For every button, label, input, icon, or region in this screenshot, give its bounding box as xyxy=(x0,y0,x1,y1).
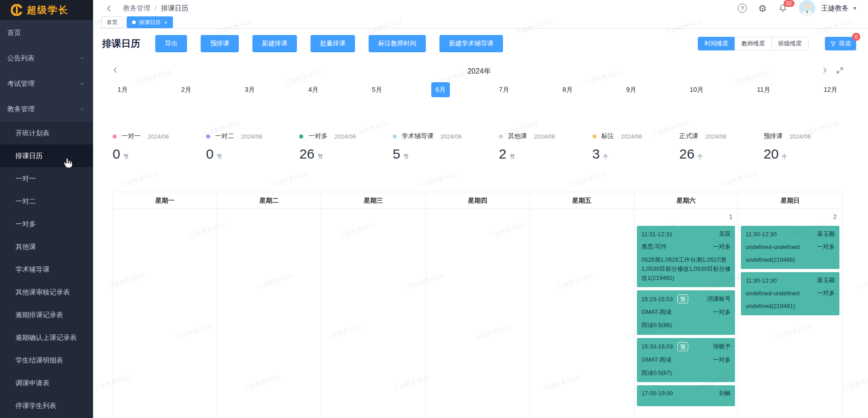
gear-icon[interactable]: ⚙ xyxy=(758,4,767,13)
action-button-0[interactable]: 导出 xyxy=(155,35,187,52)
toolbar: 排课日历 导出预排课新建排课批量排课标注教师时间新建学术辅导课 时间维度教师维度… xyxy=(102,35,856,52)
action-button-1[interactable]: 预排课 xyxy=(201,35,239,52)
view-mode-2[interactable]: 班级维度 xyxy=(771,37,809,50)
tab-close-icon[interactable]: × xyxy=(164,19,168,26)
event-course: 雅思-写作 xyxy=(641,243,667,251)
month-tab-5[interactable]: 6月 xyxy=(431,82,450,97)
funnel-icon xyxy=(830,41,836,47)
legend-count: 0 xyxy=(206,146,214,162)
sidebar-subitem-label: 其他课 xyxy=(15,243,36,251)
sidebar-subitem-13[interactable]: 逾期确认上课记录表 xyxy=(0,326,93,349)
filter-button[interactable]: 筛选 0 xyxy=(825,37,856,50)
month-tab-1[interactable]: 2月 xyxy=(177,82,196,97)
sidebar-subitem-7[interactable]: 一对二 xyxy=(0,190,93,213)
sidebar-subitem-4[interactable]: 开班计划表 xyxy=(0,122,93,144)
calendar-header-row: 星期一星期二星期三星期四星期五星期六星期日 xyxy=(113,192,842,209)
legend-item-head: 一对一2024/06 xyxy=(113,132,169,140)
legend-item-7: 预排课2024/0620个 xyxy=(764,132,811,162)
calendar-panel: 1月2月3月4月5月6月7月8月9月10月11月12月 一对一2024/060节… xyxy=(113,65,843,418)
sidebar-subitem-label: 逾期排课记录表 xyxy=(15,311,63,319)
month-tab-6[interactable]: 7月 xyxy=(495,82,513,97)
tab-0[interactable]: 首页 xyxy=(101,16,123,28)
app-root: 超级学长 首页公告列表考试管理教务管理 开班计划表排课日历一对一一对二一对多其他… xyxy=(0,0,868,418)
event-time-row: 11:30-12:30葚玉颖 xyxy=(745,230,835,238)
sidebar-subitem-12[interactable]: 逾期排课记录表 xyxy=(0,304,93,326)
legend-unit: 节 xyxy=(404,153,409,161)
legend-label: 一对二 xyxy=(215,132,234,140)
sidebar-subitem-5[interactable]: 排课日历 xyxy=(0,144,93,167)
sidebar-item-1[interactable]: 公告列表 xyxy=(0,45,93,71)
legend-item-head: 正式课2024/06 xyxy=(679,132,726,140)
sidebar-item-0[interactable]: 首页 xyxy=(0,20,93,45)
event-time: 17:00-19:00 xyxy=(641,390,673,397)
sidebar-subitem-9[interactable]: 其他课 xyxy=(0,235,93,258)
month-tab-2[interactable]: 3月 xyxy=(241,82,259,97)
month-tab-0[interactable]: 1月 xyxy=(113,82,132,97)
sidebar-item-2[interactable]: 考试管理 xyxy=(0,71,93,96)
event-course-type: 一对多 xyxy=(713,243,730,251)
legend-label: 标注 xyxy=(602,132,614,140)
event-card[interactable]: 11:30-12:30葚玉颖undefined-undefined一对多unde… xyxy=(741,272,839,315)
action-button-4[interactable]: 标注教师时间 xyxy=(369,35,426,52)
sidebar-subitem-11[interactable]: 其他课审核记录表 xyxy=(0,281,93,304)
legend-count-row: 26个 xyxy=(679,146,726,162)
sidebar-subitem-15[interactable]: 调课申请表 xyxy=(0,372,93,394)
sidebar-subitem-10[interactable]: 学术辅导课 xyxy=(0,258,93,281)
breadcrumb-separator: / xyxy=(155,5,157,12)
brand-logo[interactable]: 超级学长 xyxy=(0,0,93,20)
calendar-table: 星期一星期二星期三星期四星期五星期六星期日 111:31-12:31吴双雅思-写… xyxy=(113,192,843,418)
event-time-wrap: 15:33-16:03预 xyxy=(641,342,688,351)
month-tabs: 1月2月3月4月5月6月7月8月9月10月11月12月 xyxy=(113,81,843,98)
day-cell-5[interactable]: 111:31-12:31吴双雅思-写作一对多0528测1,0529工作台测1,0… xyxy=(634,209,739,418)
event-course: undefined-undefined xyxy=(745,290,799,297)
day-cell-4[interactable] xyxy=(530,209,634,418)
sidebar-subitem-6[interactable]: 一对一 xyxy=(0,167,93,190)
day-cell-1[interactable] xyxy=(217,209,322,418)
day-cell-0[interactable] xyxy=(113,209,217,418)
legend-item-2: 一对多2024/0626节 xyxy=(299,132,355,162)
fullscreen-icon[interactable] xyxy=(836,67,843,74)
month-tab-8[interactable]: 9月 xyxy=(622,82,641,97)
sidebar-subitem-16[interactable]: 停课学生列表 xyxy=(0,394,93,417)
day-cell-2[interactable] xyxy=(321,209,426,418)
sidebar-item-3[interactable]: 教务管理 xyxy=(0,96,93,122)
event-card[interactable]: 15:23-15:53预消课账号GMAT-阅读一对多阅读0.5(86) xyxy=(637,290,735,334)
month-tab-7[interactable]: 8月 xyxy=(558,82,577,97)
month-tab-3[interactable]: 4月 xyxy=(304,82,323,97)
legend-unit: 个 xyxy=(782,153,787,161)
breadcrumb-parent[interactable]: 教务管理 xyxy=(123,4,150,13)
back-icon[interactable] xyxy=(105,5,113,12)
view-mode-1[interactable]: 教师维度 xyxy=(735,37,772,50)
legend-item-0: 一对一2024/060节 xyxy=(113,132,169,162)
user-name[interactable]: 王婕教务 xyxy=(821,4,848,13)
day-cell-6[interactable]: 211:30-12:30葚玉颖undefined-undefined一对多und… xyxy=(738,209,842,418)
action-button-3[interactable]: 批量排课 xyxy=(311,35,355,52)
action-button-5[interactable]: 新建学术辅导课 xyxy=(439,35,503,52)
next-year-icon[interactable] xyxy=(821,67,828,74)
month-tab-9[interactable]: 10月 xyxy=(686,82,708,97)
view-mode-0[interactable]: 时间维度 xyxy=(698,37,735,50)
event-card[interactable]: 15:33-16:03预张晓予GMAT-阅读一对多阅读0.5(87) xyxy=(637,338,735,382)
month-tab-10[interactable]: 11月 xyxy=(753,82,774,97)
help-icon[interactable]: ? xyxy=(738,4,747,13)
month-tab-4[interactable]: 5月 xyxy=(368,82,386,97)
avatar[interactable] xyxy=(799,0,815,16)
month-tab-11[interactable]: 12月 xyxy=(819,82,842,97)
action-button-2[interactable]: 新建排课 xyxy=(252,35,297,52)
legend-stats: 一对一2024/060节一对二2024/060节一对多2024/0626节学术辅… xyxy=(113,132,843,162)
legend-period: 2024/06 xyxy=(334,133,355,140)
year-label: 2024年 xyxy=(102,67,856,76)
pre-schedule-badge: 预 xyxy=(677,342,688,351)
event-card[interactable]: 11:31-12:31吴双雅思-写作一对多0528测1,0529工作台测1,05… xyxy=(637,226,735,287)
tab-1[interactable]: 排课日历× xyxy=(127,16,173,28)
user-menu-caret-icon[interactable]: ▾ xyxy=(853,5,856,11)
notifications-button[interactable]: 52 xyxy=(778,4,788,13)
sidebar-subitem-8[interactable]: 一对多 xyxy=(0,213,93,235)
legend-period: 2024/06 xyxy=(789,133,811,140)
sidebar-subitem-14[interactable]: 学生结课明细表 xyxy=(0,349,93,372)
chevron-up-icon xyxy=(79,106,85,112)
event-card[interactable]: 17:00-19:00刘畅 xyxy=(637,385,735,406)
day-cell-3[interactable] xyxy=(426,209,530,418)
day-number: 2 xyxy=(740,209,840,224)
event-card[interactable]: 11:30-12:30葚玉颖undefined-undefined一对多unde… xyxy=(741,226,839,269)
